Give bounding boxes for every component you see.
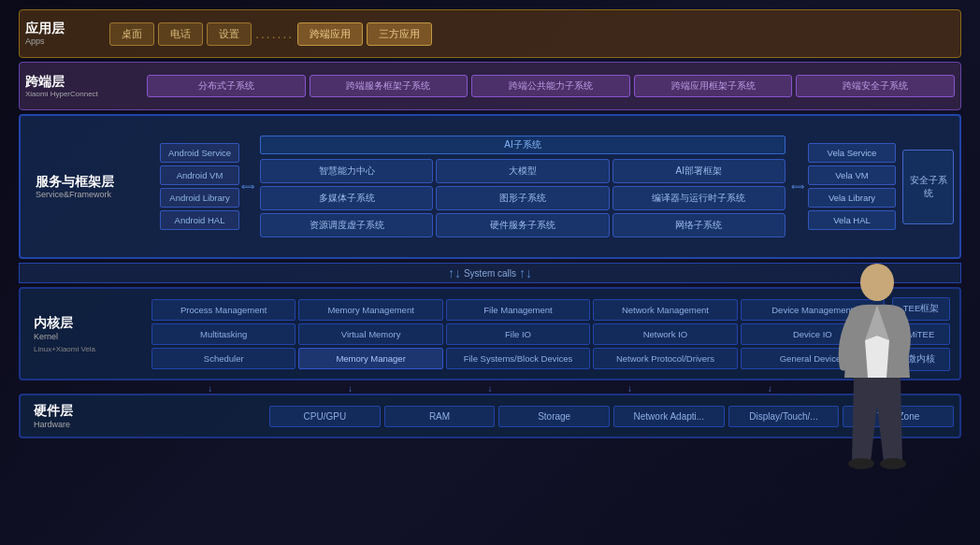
apps-zh-label: 应用层 — [25, 21, 65, 36]
svc-ai-deploy: AI部署框架 — [612, 159, 785, 183]
cross-content: 分布式子系统 跨端服务框架子系统 跨端公共能力子系统 跨端应用框架子系统 跨端安… — [147, 75, 955, 97]
service-en-label: Service&Framework — [36, 190, 152, 200]
service-main: AI子系统 智慧能力中心 大模型 AI部署框架 多媒体子系统 图形子系统 编译器… — [256, 132, 789, 241]
hw-ram: RAM — [384, 406, 496, 427]
kernel-sub-label: Linux+Xiaomi Vela — [34, 345, 148, 353]
service-zh-label: 服务与框架层 — [36, 174, 152, 190]
arrow-row-kernel-hw: ↓ ↓ ↓ ↓ ↓ — [19, 384, 961, 392]
kernel-label: 内核层 Kernel Linux+Xiaomi Vela — [26, 315, 148, 353]
svc-graphics: 图形子系统 — [436, 186, 609, 210]
apps-content: 桌面 电话 设置 ....... 跨端应用 三方应用 — [109, 22, 955, 46]
vela-hal: Vela HAL — [808, 210, 896, 230]
cross-item-0: 分布式子系统 — [147, 75, 306, 97]
apps-layer-label: 应用层 Apps — [25, 21, 65, 47]
kernel-content: Process Management Memory Management Fil… — [148, 295, 888, 373]
down-arrow-4: ↓ — [627, 384, 632, 392]
cross-item-2: 跨端公共能力子系统 — [471, 75, 630, 97]
service-layer-label: 服务与框架层 Service&Framework — [34, 174, 152, 200]
hw-display: Display/Touch/... — [728, 406, 840, 427]
cross-zh-label: 跨端层 — [25, 74, 98, 90]
kern-multitasking: Multitasking — [151, 323, 295, 345]
kern-filesystems: File Systems/Block Devices — [446, 348, 590, 369]
kern-file-io: File IO — [446, 323, 590, 345]
svg-point-0 — [860, 264, 894, 301]
service-layer: 服务与框架层 Service&Framework Android Service… — [19, 114, 961, 259]
hw-cpu-gpu: CPU/GPU — [269, 406, 381, 427]
app-dots: ....... — [255, 26, 294, 41]
apps-layer: 应用层 Apps 桌面 电话 设置 ....... 跨端应用 三方应用 — [19, 9, 961, 58]
svc-resource: 资源调度虚子系统 — [260, 213, 433, 237]
svc-multimedia: 多媒体子系统 — [260, 186, 433, 210]
apps-en-label: Apps — [25, 36, 65, 47]
arrow-android-main: ⟺ — [241, 181, 254, 192]
hardware-zh-label: 硬件层 — [34, 403, 148, 420]
kern-virtual-memory: Virtual Memory — [298, 323, 442, 345]
kernel-row-3: Scheduler Memory Manager File Systems/Bl… — [151, 348, 885, 369]
slide: 应用层 Apps 桌面 电话 设置 ....... 跨端应用 三方应用 跨端层 … — [0, 0, 980, 545]
service-row-3: 资源调度虚子系统 硬件服务子系统 网络子系统 — [260, 213, 785, 237]
kern-memory-manager: Memory Manager — [298, 348, 442, 369]
hardware-layer: 硬件层 Hardware CPU/GPU RAM Storage Network… — [19, 394, 961, 438]
kern-network-io: Network IO — [593, 323, 737, 345]
diagram-container: 应用层 Apps 桌面 电话 设置 ....... 跨端应用 三方应用 跨端层 … — [19, 9, 961, 536]
cross-item-3: 跨端应用框架子系统 — [634, 75, 793, 97]
android-library: Android Library — [160, 188, 239, 208]
cross-en-label: Xiaomi HyperConnect — [25, 90, 98, 99]
kern-network-proto: Network Protocol/Drivers — [593, 348, 737, 369]
svg-point-1 — [848, 458, 874, 469]
down-arrow-3: ↓ — [487, 384, 492, 392]
service-row-1: 智慧能力中心 大模型 AI部署框架 — [260, 159, 785, 183]
syscall-label: System calls — [464, 268, 516, 279]
svc-hardware-svc: 硬件服务子系统 — [436, 213, 609, 237]
hw-network: Network Adapti... — [613, 406, 725, 427]
kern-process-mgmt: Process Management — [151, 299, 295, 321]
kernel-row-2: Multitasking Virtual Memory File IO Netw… — [151, 323, 885, 345]
svc-large-model: 大模型 — [436, 159, 609, 183]
service-left: 服务与框架层 Service&Framework — [26, 174, 152, 200]
kernel-zh-label: 内核层 — [34, 315, 148, 332]
kern-memory-mgmt: Memory Management — [298, 299, 442, 321]
cross-item-4: 跨端安全子系统 — [796, 75, 955, 97]
android-hal: Android HAL — [160, 210, 239, 230]
down-arrow-2: ↓ — [348, 384, 353, 392]
app-item-third: 三方应用 — [367, 22, 432, 46]
android-service: Android Service — [160, 143, 239, 163]
syscall-bar: ↑↓ System calls ↑↓ — [19, 263, 961, 283]
kern-network-mgmt: Network Management — [593, 299, 737, 321]
hardware-en-label: Hardware — [34, 420, 148, 429]
svc-network: 网络子系统 — [612, 213, 785, 237]
cross-item-1: 跨端服务框架子系统 — [310, 75, 468, 97]
kernel-en-label: Kernel — [34, 332, 148, 341]
app-item-cross: 跨端应用 — [297, 22, 363, 46]
app-item-settings: 设置 — [207, 22, 252, 46]
down-arrow-1: ↓ — [208, 384, 212, 392]
kernel-layer: 内核层 Kernel Linux+Xiaomi Vela Process Man… — [19, 287, 961, 380]
service-row-2: 多媒体子系统 图形子系统 编译器与运行时子系统 — [260, 186, 785, 210]
svg-point-2 — [880, 458, 906, 469]
app-item-phone: 电话 — [158, 22, 203, 46]
vela-vm: Vela VM — [808, 165, 896, 185]
down-arrow-5: ↓ — [768, 384, 772, 392]
vela-service: Vela Service — [808, 143, 896, 163]
syscall-arrow-left: ↑↓ — [448, 265, 461, 280]
cross-layer-label: 跨端层 Xiaomi HyperConnect — [25, 74, 98, 98]
service-vela-items: Vela Service Vela VM Vela Library Vela H… — [806, 139, 900, 234]
service-android-items: Android Service Android VM Android Libra… — [160, 143, 239, 230]
kernel-row-1: Process Management Memory Management Fil… — [151, 299, 885, 321]
svc-wisdom-center: 智慧能力中心 — [260, 159, 433, 183]
app-item-desktop: 桌面 — [109, 22, 154, 46]
hw-storage: Storage — [498, 406, 610, 427]
svc-compiler: 编译器与运行时子系统 — [612, 186, 785, 210]
android-vm: Android VM — [160, 165, 239, 185]
arrow-main-vela: ⟺ — [791, 181, 804, 192]
vela-library: Vela Library — [808, 188, 896, 208]
security-box: 安全子系统 — [902, 150, 954, 224]
kern-file-mgmt: File Management — [446, 299, 590, 321]
kern-scheduler: Scheduler — [151, 348, 295, 369]
ai-label: AI子系统 — [260, 136, 785, 154]
syscall-arrow-right: ↑↓ — [519, 265, 532, 280]
hardware-label: 硬件层 Hardware — [26, 403, 148, 429]
person-figure — [826, 256, 929, 503]
cross-layer: 跨端层 Xiaomi HyperConnect 分布式子系统 跨端服务框架子系统… — [19, 62, 961, 110]
